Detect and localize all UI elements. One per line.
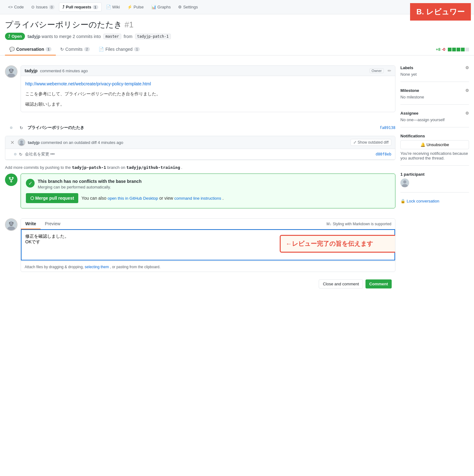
svg-point-11 — [9, 222, 10, 224]
nav-pulse[interactable]: ⚡ Pulse — [124, 3, 147, 11]
github-desktop-link[interactable]: open this in GitHub Desktop — [108, 196, 158, 201]
nav-pull-requests[interactable]: ⤴ Pull requests 1 — [59, 2, 102, 12]
owner-badge: Owner — [370, 68, 384, 73]
assignee-section: Assignee ⚙ No one—assign yourself — [400, 111, 469, 127]
comment-btn[interactable]: Comment — [365, 279, 392, 288]
author-avatar — [5, 65, 17, 78]
diff-block-3 — [457, 48, 460, 51]
reply-section: Write Preview M↓ Styling with Markdown i… — [5, 218, 395, 291]
reply-actions: Close and comment Comment — [21, 277, 395, 291]
diff-block-4 — [461, 48, 465, 51]
markdown-icon: M↓ — [326, 222, 331, 226]
svg-point-4 — [12, 69, 14, 71]
unsubscribe-btn[interactable]: 🔔 Unsubscribe — [400, 140, 469, 149]
merge-status-text: This branch has no conflicts with the ba… — [38, 179, 142, 189]
lock-section: 🔒 Lock conversation — [400, 199, 469, 208]
pr-status-icon: ⤴ — [8, 34, 10, 39]
conversation-icon: 💬 — [9, 47, 15, 52]
graphs-icon: 📊 — [151, 5, 156, 9]
diff-stat: +8 -0 — [436, 47, 469, 52]
outdated-commit-row: ↻ 会社名を変更 ••• d80f8eb — [5, 149, 395, 160]
files-badge: 1 — [134, 47, 140, 51]
milestone-value: No milestone — [400, 95, 469, 99]
preview-tab[interactable]: Preview — [41, 219, 65, 229]
cli-link[interactable]: command line instructions — [174, 196, 221, 201]
participants-header: 1 participant — [400, 172, 469, 177]
base-branch-tag: master — [103, 34, 121, 39]
issues-icon: ⊙ — [31, 5, 35, 9]
issues-badge: 0 — [49, 5, 55, 9]
labels-gear-icon[interactable]: ⚙ — [465, 65, 469, 70]
merge-section: ✓ This branch has no conflicts with the … — [21, 174, 395, 208]
assignee-value: No one—assign yourself — [400, 117, 469, 122]
merge-status: ✓ This branch has no conflicts with the … — [26, 179, 390, 189]
reply-box-wrapper: Write Preview M↓ Styling with Markdown i… — [21, 218, 395, 291]
annotation-top-right: B. レビュワー — [410, 3, 471, 21]
commits-badge: 2 — [84, 47, 90, 51]
close-outdated-btn[interactable]: ✕ — [9, 139, 15, 145]
lock-conversation-link[interactable]: 🔒 Lock conversation — [400, 199, 469, 203]
reply-avatar — [5, 218, 17, 231]
check-circle-icon: ✓ — [26, 179, 35, 188]
tab-commits[interactable]: ↻ Commits 2 — [56, 44, 94, 55]
comment-section: tadyjp commented 6 minutes ago Owner ✏ h… — [5, 65, 395, 117]
milestone-header: Milestone ⚙ — [400, 88, 469, 93]
close-and-comment-btn[interactable]: Close and comment — [319, 279, 363, 288]
sidebar: Labels ⚙ None yet Milestone ⚙ No milesto… — [400, 65, 469, 291]
outdated-commit-label: 会社名を変更 ••• — [25, 151, 55, 157]
show-outdated-diff-btn[interactable]: ⤢ Show outdated diff — [351, 139, 391, 146]
commit-icon: ↻ — [17, 124, 25, 131]
selecting-them-link[interactable]: selecting them — [85, 265, 109, 269]
reply-footer: Attach files by dragging & dropping, sel… — [21, 261, 395, 272]
wiki-icon: 📄 — [106, 5, 111, 9]
content-area: tadyjp commented 6 minutes ago Owner ✏ h… — [5, 65, 395, 291]
commits-icon: ↻ — [60, 47, 64, 52]
svg-point-3 — [9, 69, 10, 71]
pr-status-badge: ⤴ Open — [5, 33, 25, 40]
comment-author: tadyjp — [25, 68, 37, 73]
comment-line2: 確認お願いします。 — [25, 101, 391, 107]
outdated-dot — [14, 153, 17, 155]
main-comment-card: tadyjp commented 6 minutes ago Owner ✏ h… — [21, 65, 395, 112]
outdated-info: tadyjp commented on an outdated diff 4 m… — [28, 140, 123, 145]
assignee-gear-icon[interactable]: ⚙ — [465, 111, 469, 116]
participant-avatar-1 — [400, 178, 409, 187]
svg-point-9 — [9, 221, 13, 226]
files-icon: 📄 — [99, 47, 104, 52]
main-container: tadyjp commented 6 minutes ago Owner ✏ h… — [0, 60, 474, 296]
merge-pull-request-btn[interactable]: ⬡ Merge pull request — [26, 193, 78, 203]
nav-graphs[interactable]: 📊 Graphs — [148, 3, 174, 11]
nav-issues[interactable]: ⊙ Issues 0 — [28, 3, 58, 11]
svg-point-6 — [20, 140, 23, 143]
tabs-bar: 💬 Conversation 1 ↻ Commits 2 📄 Files cha… — [0, 44, 474, 55]
assignee-header: Assignee ⚙ — [400, 111, 469, 116]
textarea-wrapper: 修正を確認しました。 OKです ←レビュー完了の旨を伝えます — [21, 229, 395, 261]
commit1-sha[interactable]: fa89138 — [380, 126, 395, 130]
diff-block-2 — [452, 48, 456, 51]
code-icon: <> — [8, 5, 13, 9]
outdated-commit-sha[interactable]: d80f8eb — [375, 152, 391, 156]
merge-actions: ⬡ Merge pull request You can also open t… — [26, 193, 390, 203]
reply-box: Write Preview M↓ Styling with Markdown i… — [21, 218, 395, 272]
comment-header: tadyjp commented 6 minutes ago Owner ✏ — [21, 66, 395, 76]
tab-files-changed[interactable]: 📄 Files changed 1 — [94, 44, 144, 55]
diff-block-1 — [448, 48, 452, 51]
settings-icon: ⚙ — [178, 5, 182, 9]
edit-icon[interactable]: ✏ — [388, 68, 391, 73]
nav-code[interactable]: <> Code — [5, 3, 27, 11]
comment-line1: ここを参考にして、プライバシーポリシーのたたき台を作りました。 — [25, 90, 391, 97]
nav-wiki[interactable]: 📄 Wiki — [103, 3, 123, 11]
labels-section: Labels ⚙ None yet — [400, 65, 469, 82]
comment-link[interactable]: http://www.webernote.net/webcreate/priva… — [25, 81, 151, 86]
milestone-gear-icon[interactable]: ⚙ — [465, 88, 469, 93]
nav-settings[interactable]: ⚙ Settings — [175, 3, 201, 11]
labels-header: Labels ⚙ — [400, 65, 469, 70]
write-tab[interactable]: Write — [21, 219, 41, 229]
reply-tabs: Write Preview M↓ Styling with Markdown i… — [21, 219, 395, 229]
tab-conversation[interactable]: 💬 Conversation 1 — [5, 44, 56, 55]
head-branch-tag: tadyjp-patch-1 — [135, 34, 171, 39]
review-annotation-box: ←レビュー完了の旨を伝えます — [280, 235, 395, 253]
comment-body: http://www.webernote.net/webcreate/priva… — [21, 76, 395, 112]
pr-meta-author: tadyjp wants to merge 2 commits into — [27, 34, 101, 39]
merge-icon-box — [5, 174, 17, 186]
